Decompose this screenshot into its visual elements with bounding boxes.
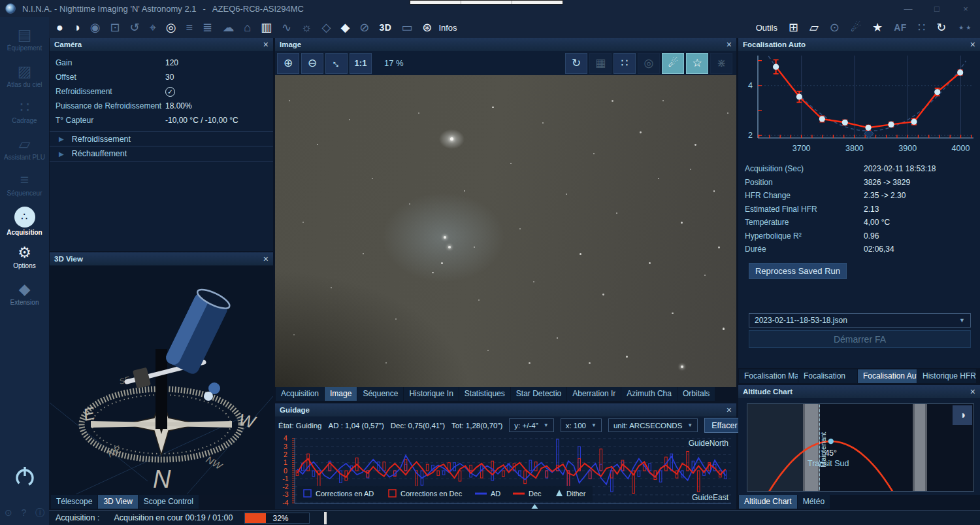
left-panel-tabs: Télescope3D ViewScope Control	[51, 495, 199, 509]
info-icon[interactable]: ⓘ	[35, 507, 44, 519]
star-dot	[418, 112, 419, 114]
tab-m-t-o[interactable]: Météo	[798, 495, 830, 509]
camera-icon[interactable]: ●	[56, 20, 63, 35]
wheel-icon[interactable]: ⊛	[422, 20, 432, 35]
tab-image[interactable]: Image	[325, 387, 357, 401]
star-detection-icon[interactable]: ∷	[918, 20, 925, 35]
tab-orbitals[interactable]: Orbitals	[678, 387, 715, 401]
focuser-icon[interactable]: ⊡	[110, 20, 120, 35]
star-dot	[681, 365, 683, 368]
tab-t-lescope[interactable]: Télescope	[51, 495, 97, 509]
check-circle-icon[interactable]: ✓	[165, 87, 175, 97]
threed-icon[interactable]: 3D	[379, 20, 391, 35]
guider-icon[interactable]: ◎	[166, 20, 176, 35]
tab-3d-view[interactable]: 3D View	[98, 495, 137, 509]
x-scale-dropdown[interactable]: x: 100▼	[561, 418, 602, 432]
switch-icon[interactable]: ≣	[203, 20, 212, 35]
tab-s-quence[interactable]: Séquence	[357, 387, 403, 401]
sidebar-item-acquisition[interactable]: ∴Acquisition	[0, 207, 49, 237]
tab-focalisation[interactable]: Focalisation	[798, 369, 857, 383]
fit-screen-icon[interactable]: ↔	[325, 53, 348, 74]
infos-label[interactable]: Infos	[438, 23, 457, 33]
unit-dropdown[interactable]: unit: ARCSECONDS▼	[608, 418, 698, 432]
tab-azimuth-cha[interactable]: Azimuth Cha	[621, 387, 677, 401]
zoom-in-icon[interactable]: ⊕	[277, 53, 299, 74]
help-icon[interactable]: ?	[21, 507, 26, 519]
close-button[interactable]: ×	[951, 0, 980, 17]
dome-icon[interactable]: ⌂	[244, 20, 251, 35]
outils-label[interactable]: Outils	[756, 23, 777, 33]
plugin-icon[interactable]: ◆	[340, 20, 350, 35]
history-icon[interactable]: ↻	[936, 20, 946, 35]
one-to-one-button[interactable]: 1:1	[350, 53, 372, 74]
sidebar-item-extension[interactable]: ◆Extension	[0, 279, 49, 307]
telescope-3d-view[interactable]: E W N NE NW SE	[50, 265, 273, 494]
starfield-icon[interactable]: ⋆⋆	[957, 20, 972, 35]
zoom-out-icon[interactable]: ⊖	[301, 53, 323, 74]
close-icon[interactable]: ×	[263, 40, 269, 49]
close-icon[interactable]: ×	[970, 387, 975, 396]
sidebar-item-cadrage[interactable]: ∷Cadrage	[0, 97, 49, 125]
close-icon[interactable]: ×	[263, 254, 269, 263]
splitter-handle[interactable]	[324, 512, 327, 524]
start-autofocus-button[interactable]: Démarrer FA	[749, 330, 971, 348]
maximize-button[interactable]: □	[923, 0, 951, 17]
eye-icon[interactable]: ⊙	[5, 507, 12, 519]
tab-focalisation-ma[interactable]: Focalisation Ma	[739, 369, 798, 383]
close-icon[interactable]: ×	[970, 40, 975, 49]
y-scale-dropdown[interactable]: y: +/-4"▼	[509, 418, 553, 432]
star-icon[interactable]: ☆	[686, 53, 708, 74]
moon-phase-icon[interactable]: ◑	[953, 405, 972, 425]
wand-icon[interactable]: ☄	[662, 53, 684, 74]
close-icon[interactable]: ×	[727, 405, 732, 415]
sidebar-item-atlas-du-ciel[interactable]: ▨Atlas du ciel	[0, 61, 49, 89]
tab-aberration-ir[interactable]: Aberration Ir	[567, 387, 621, 401]
target-icon[interactable]: ◎	[638, 53, 660, 74]
tab-historique-in[interactable]: Historique In	[404, 387, 458, 401]
reprocess-saved-run-button[interactable]: Reprocess Saved Run	[749, 263, 847, 279]
tab-acquisition[interactable]: Acquisition	[276, 387, 324, 401]
star-detect-icon[interactable]: ∷	[613, 53, 636, 74]
sequence-icon[interactable]: ≡	[186, 20, 193, 35]
minimize-button[interactable]: —	[894, 0, 923, 17]
expander-réchauffement[interactable]: ▶Réchauffement	[50, 146, 273, 161]
histogram-icon[interactable]: ▥	[261, 20, 272, 35]
tab-statistiques[interactable]: Statistiques	[459, 387, 510, 401]
tab-altitude-chart[interactable]: Altitude Chart	[739, 495, 797, 509]
autofocus-file-dropdown[interactable]: 2023-02-11--18-53-18.json ▼	[749, 313, 971, 328]
rotator-icon[interactable]: ↺	[130, 20, 140, 35]
plate-solve-icon[interactable]: ⊙	[830, 20, 840, 35]
grid-icon[interactable]: ▦	[589, 53, 612, 74]
svg-text:Corrections en AD: Corrections en AD	[316, 490, 374, 498]
shutter-icon[interactable]: ◑	[73, 20, 80, 35]
flat-wizard-icon[interactable]: ▱	[809, 20, 819, 35]
options-icon: ⚙	[0, 243, 49, 262]
sidebar-item-options[interactable]: ⚙Options	[0, 243, 49, 270]
telescope-icon[interactable]: ⌖	[150, 20, 156, 35]
flat-panel-icon[interactable]: ▭	[401, 20, 412, 35]
expander-refroidissement[interactable]: ▶Refroidissement	[50, 131, 273, 146]
close-icon[interactable]: ×	[727, 40, 732, 49]
orbit-icon[interactable]: ⊘	[359, 20, 369, 35]
autofocus-icon[interactable]: AF	[894, 20, 907, 35]
layout-icon[interactable]: ⊞	[789, 20, 798, 35]
tab-star-detectio[interactable]: Star Detectio	[511, 387, 566, 401]
wand-icon[interactable]: ☄	[851, 20, 861, 35]
tab-historique-hfr[interactable]: Historique HFR	[917, 369, 976, 383]
crosshair-icon[interactable]: ⋇	[710, 53, 732, 74]
sidebar-item-equipement[interactable]: ▤Équipement	[0, 25, 49, 52]
power-icon[interactable]	[12, 464, 37, 489]
tab-focalisation-aut[interactable]: Focalisation Aut	[858, 369, 917, 383]
tab-scope-control[interactable]: Scope Control	[139, 495, 199, 509]
rotate-icon[interactable]: ↻	[565, 53, 587, 74]
sidebar-item-assistant-plu[interactable]: ▱Assistant PLU	[0, 134, 49, 161]
bulb-icon[interactable]: ☼	[301, 20, 312, 35]
plot-icon[interactable]: ∿	[282, 20, 291, 35]
sidebar-item-sequenceur[interactable]: ≡Séquenceur	[0, 170, 49, 197]
autofocus-detail-row: Estimated Final HFR2.13	[738, 203, 980, 216]
cloud-icon[interactable]: ☁	[222, 20, 234, 35]
star-icon[interactable]: ★	[872, 20, 883, 35]
astrophoto-image[interactable]	[275, 75, 736, 387]
filter-wheel-icon[interactable]: ◉	[90, 20, 101, 35]
shield-icon[interactable]: ◇	[322, 20, 331, 35]
